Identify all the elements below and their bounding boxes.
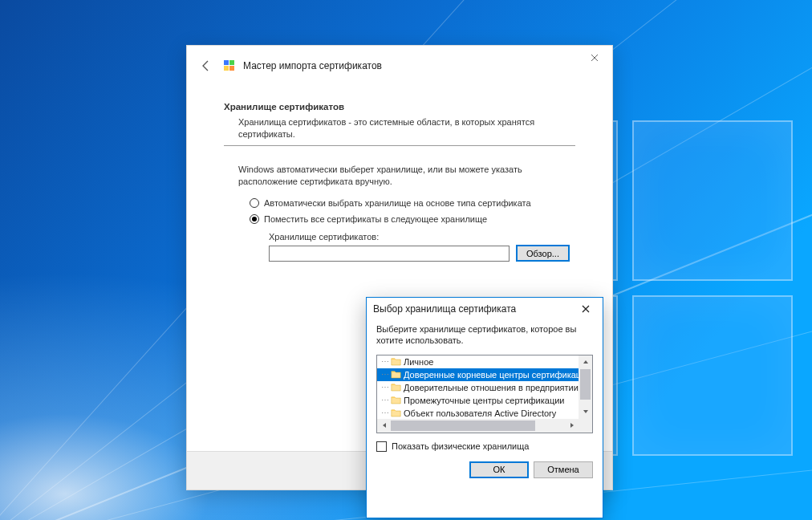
radio-icon xyxy=(250,214,259,224)
instruction-text: Windows автоматически выберет хранилище,… xyxy=(224,164,575,188)
folder-icon xyxy=(391,383,401,392)
scroll-left-icon[interactable] xyxy=(377,419,391,433)
browse-button[interactable]: Обзор... xyxy=(516,245,570,262)
dialog-close-button[interactable] xyxy=(575,302,596,316)
svg-rect-0 xyxy=(224,60,229,65)
folder-icon xyxy=(391,408,401,417)
svg-rect-1 xyxy=(229,60,234,65)
vertical-scrollbar[interactable] xyxy=(579,355,592,419)
folder-icon xyxy=(391,396,401,404)
tree-item-label: Доверительные отношения в предприятии xyxy=(404,383,579,392)
ok-button[interactable]: ОК xyxy=(469,461,529,478)
tree-item-label: Личное xyxy=(404,357,433,367)
tree-item-label: Объект пользователя Active Directory xyxy=(404,408,556,418)
certificate-store-input[interactable] xyxy=(269,246,510,262)
radio-place-all[interactable]: Поместить все сертификаты в следующее хр… xyxy=(250,214,575,224)
svg-rect-3 xyxy=(229,66,234,71)
shield-icon xyxy=(222,59,237,73)
folder-icon xyxy=(391,357,401,366)
tree-branch-icon: ⋯ xyxy=(382,410,388,416)
scroll-right-icon[interactable] xyxy=(565,419,579,433)
wizard-header: Мастер импорта сертификатов xyxy=(187,46,612,86)
tree-branch-icon: ⋯ xyxy=(382,384,388,391)
dialog-cancel-button[interactable]: Отмена xyxy=(534,461,593,478)
close-button[interactable] xyxy=(585,51,604,65)
show-physical-stores-checkbox[interactable]: Показать физические хранилища xyxy=(376,441,593,452)
tree-branch-icon: ⋯ xyxy=(382,372,388,378)
certificate-store-tree[interactable]: ⋯ Личное⋯ Доверенные корневые центры сер… xyxy=(376,355,593,433)
select-certificate-store-dialog: Выбор хранилища сертификата Выберите хра… xyxy=(366,297,603,518)
svg-rect-2 xyxy=(224,66,229,71)
tree-item[interactable]: ⋯ Доверенные корневые центры сертификаци… xyxy=(377,368,579,381)
tree-item[interactable]: ⋯ Промежуточные центры сертификации xyxy=(377,394,579,407)
tree-item-label: Промежуточные центры сертификации xyxy=(404,396,564,405)
back-button[interactable] xyxy=(195,55,217,77)
scroll-up-icon[interactable] xyxy=(579,355,592,369)
checkbox-icon xyxy=(376,441,387,452)
tree-item[interactable]: ⋯ Доверительные отношения в предприятии xyxy=(377,381,579,394)
radio-icon xyxy=(250,198,259,208)
scroll-down-icon[interactable] xyxy=(579,405,592,419)
section-description: Хранилища сертификатов - это системные о… xyxy=(224,116,575,140)
radio-auto-select[interactable]: Автоматически выбрать хранилище на основ… xyxy=(250,198,575,208)
divider xyxy=(224,145,575,146)
radio-auto-label: Автоматически выбрать хранилище на основ… xyxy=(264,198,531,208)
tree-branch-icon: ⋯ xyxy=(382,397,388,404)
tree-branch-icon: ⋯ xyxy=(382,359,388,365)
horizontal-scrollbar[interactable] xyxy=(377,419,579,433)
tree-item[interactable]: ⋯ Личное xyxy=(377,355,579,368)
radio-manual-label: Поместить все сертификаты в следующее хр… xyxy=(264,214,487,224)
dialog-title: Выбор хранилища сертификата xyxy=(373,303,516,315)
wizard-title: Мастер импорта сертификатов xyxy=(243,60,382,71)
section-heading: Хранилище сертификатов xyxy=(224,102,575,112)
store-label: Хранилище сертификатов: xyxy=(269,232,575,242)
dialog-instruction: Выберите хранилище сертификатов, которое… xyxy=(376,323,593,347)
folder-icon xyxy=(391,370,401,379)
tree-item-label: Доверенные корневые центры сертификации xyxy=(404,370,579,380)
tree-item[interactable]: ⋯ Объект пользователя Active Directory xyxy=(377,407,579,419)
show-physical-label: Показать физические хранилища xyxy=(392,441,529,451)
